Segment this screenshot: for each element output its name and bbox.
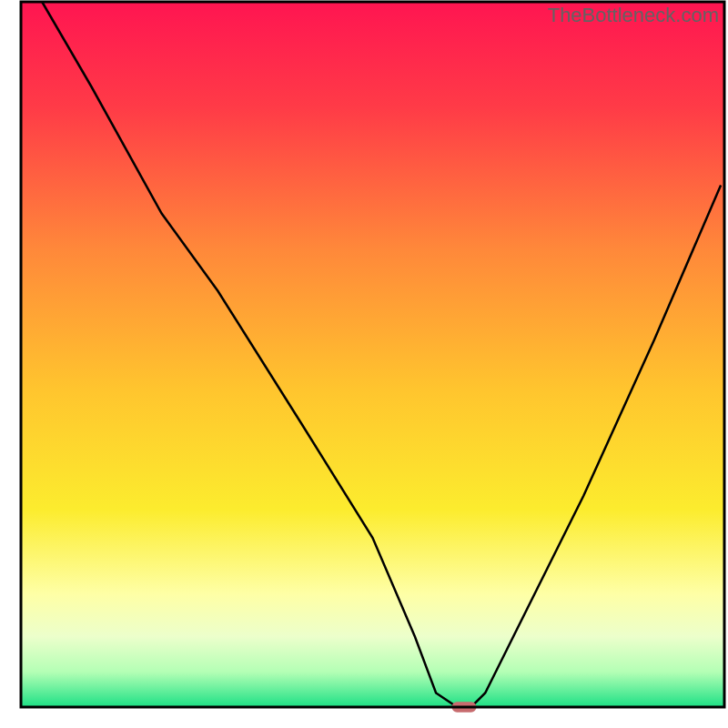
chart-svg (0, 0, 728, 728)
plot-background (21, 2, 724, 707)
bottleneck-chart: TheBottleneck.com (0, 0, 728, 728)
watermark-text: TheBottleneck.com (548, 4, 719, 27)
